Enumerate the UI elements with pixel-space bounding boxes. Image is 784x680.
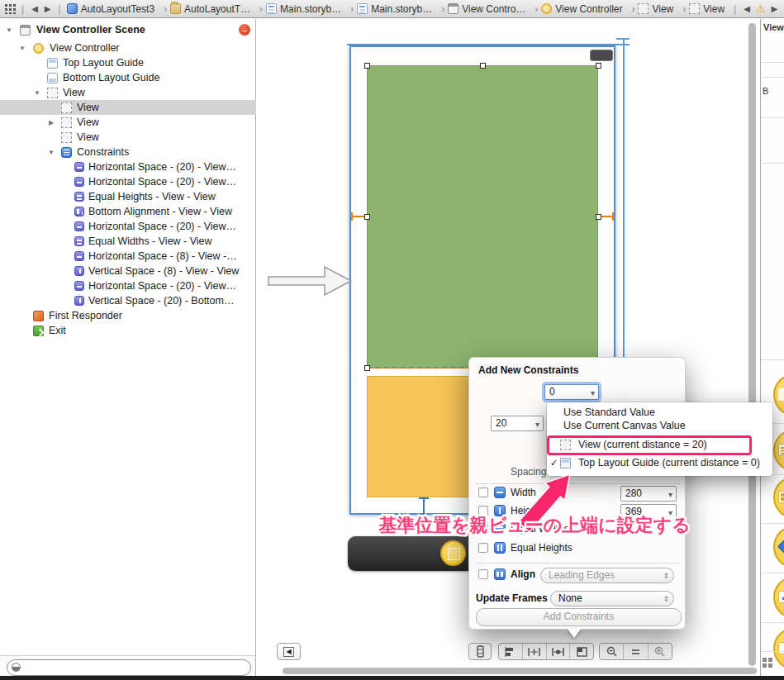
outline-row-first-responder[interactable]: First Responder — [0, 308, 256, 323]
zoom-actual-size-button[interactable] — [624, 644, 648, 659]
divider — [762, 523, 784, 524]
outline-row-constraint[interactable]: Vertical Space - (8) - View - View — [0, 264, 256, 278]
filter-icon[interactable] — [12, 663, 21, 672]
view-controller-icon — [33, 43, 44, 54]
trailing-constraint-cap — [612, 212, 614, 221]
outline-row-bottom-layout-guide[interactable]: Bottom Layout Guide — [0, 70, 256, 85]
outline-row-constraint[interactable]: Horizontal Space - (8) - View -… — [0, 249, 256, 264]
breadcrumb-view[interactable]: View — [638, 3, 686, 15]
outline-row-constraint[interactable]: Horizontal Space - (20) - View… — [0, 219, 256, 234]
outline-row-view-2[interactable]: ▶ View — [0, 115, 256, 130]
breadcrumb-group[interactable]: AutoLayoutT… — [170, 3, 263, 15]
outline-row-constraint[interactable]: Horizontal Space - (20) - View… — [0, 174, 256, 189]
horizontal-scrollbar[interactable] — [283, 668, 757, 674]
breadcrumb-storyboard[interactable]: Main.storyb… — [266, 3, 354, 15]
selection-handle[interactable] — [480, 63, 486, 69]
breadcrumb-view-controller[interactable]: View Controller — [541, 3, 634, 15]
breadcrumb-project[interactable]: AutoLayoutTest3 — [67, 3, 167, 15]
related-items-icon[interactable] — [5, 4, 17, 14]
issue-back-button[interactable]: ◀ — [740, 4, 753, 13]
disclosure-icon[interactable]: ▼ — [5, 26, 13, 34]
zoom-out-button[interactable] — [600, 644, 624, 659]
resolve-icon — [552, 647, 564, 657]
outline-row-root-view[interactable]: ▼ View — [0, 85, 256, 100]
vertical-scrollbar[interactable] — [748, 23, 756, 666]
outline-row-view-selected[interactable]: View — [0, 100, 256, 115]
vertical-space-icon — [74, 266, 84, 276]
outline-row-top-layout-guide[interactable]: Top Layout Guide — [0, 55, 256, 70]
first-responder-icon — [33, 311, 44, 321]
width-combo[interactable]: 280 — [620, 486, 677, 502]
disclosure-icon[interactable]: ▼ — [33, 89, 41, 97]
pin-button[interactable] — [523, 644, 547, 659]
breadcrumb-storyboard-base[interactable]: Main.storyb… — [357, 3, 444, 15]
issue-forward-button[interactable]: ▶ — [768, 4, 782, 13]
selection-handle[interactable] — [596, 63, 601, 69]
filter-field[interactable] — [7, 659, 251, 676]
align-checkbox[interactable] — [478, 569, 488, 579]
horizontal-space-icon — [74, 162, 84, 172]
bottom-alignment-icon — [74, 207, 84, 216]
library-item-table-view-controller[interactable] — [773, 429, 784, 472]
annotation-text: 基準位置を親ビューの上端に設定する — [373, 509, 696, 540]
library-grid-icon[interactable] — [763, 658, 767, 662]
disclosure-icon[interactable]: ▼ — [47, 149, 55, 156]
divider: | — [21, 3, 24, 15]
outline-row-constraint[interactable]: Vertical Space - (20) - Bottom… — [0, 293, 256, 308]
selection-handle[interactable] — [596, 214, 601, 220]
library-item-view-controller[interactable] — [773, 373, 784, 416]
outline-row-view-3[interactable]: View — [0, 130, 256, 145]
dock-view-controller-icon[interactable] — [440, 540, 466, 566]
resolve-issues-button[interactable] — [547, 644, 571, 659]
divider — [762, 62, 784, 63]
library-item-tab-bar-controller[interactable]: ★ — [773, 576, 784, 619]
go-to-scene-icon[interactable]: → — [239, 24, 250, 36]
selection-handle[interactable] — [364, 214, 370, 220]
outline-row-constraint[interactable]: Horizontal Space - (20) - View… — [0, 278, 256, 293]
breadcrumb-scene[interactable]: View Contro… — [448, 3, 538, 15]
outline-row-view-controller[interactable]: ▼ View Controller — [0, 40, 256, 55]
top-spacing-combo[interactable]: 0 — [544, 384, 599, 400]
tab-bar-controller-library-icon: ★ — [778, 591, 784, 603]
selection-handle[interactable] — [364, 63, 370, 69]
outline-toggle-icon: ◀ — [283, 647, 293, 657]
device-configuration-button[interactable] — [468, 643, 492, 660]
outline-row-constraint[interactable]: Equal Widths - View - View — [0, 234, 256, 249]
library-item-split-view-controller[interactable] — [773, 627, 784, 670]
outline-row-scene[interactable]: ▼ View Controller Scene → — [0, 22, 256, 37]
outline-row-constraints[interactable]: ▼ Constraints — [0, 145, 256, 159]
back-button[interactable]: ◀ — [28, 4, 41, 13]
equal-heights-checkbox[interactable] — [478, 543, 488, 553]
update-frames-dropdown[interactable]: None — [550, 591, 674, 606]
library-item-collection-view-controller[interactable] — [773, 476, 784, 519]
leading-spacing-combo[interactable]: 20 — [491, 416, 544, 431]
zoom-in-button[interactable] — [649, 644, 672, 659]
library-item-navigation-controller[interactable] — [773, 525, 784, 568]
outline-row-exit[interactable]: Exit — [0, 323, 256, 338]
disclosure-icon[interactable]: ▶ — [47, 119, 55, 126]
resizing-behavior-button[interactable] — [570, 644, 593, 659]
outline-row-constraint[interactable]: Equal Heights - View - View — [0, 189, 256, 204]
horizontal-space-icon — [74, 281, 84, 291]
disclosure-icon[interactable]: ▼ — [18, 45, 26, 52]
align-button[interactable] — [499, 644, 523, 659]
menu-item-canvas-value[interactable]: Use Current Canvas Value — [547, 419, 772, 433]
outline-row-constraint[interactable]: Horizontal Space - (20) - View… — [0, 159, 256, 174]
outline-toggle-button[interactable]: ◀ — [277, 643, 301, 660]
align-dropdown[interactable]: Leading Edges — [540, 568, 674, 583]
forward-button[interactable]: ▶ — [41, 4, 55, 13]
initial-view-controller-arrow[interactable] — [267, 261, 354, 301]
width-checkbox[interactable] — [478, 487, 488, 497]
divider — [762, 573, 784, 573]
outline-row-constraint[interactable]: Bottom Alignment - View - View — [0, 204, 256, 219]
scene-icon — [448, 3, 459, 14]
green-view[interactable] — [367, 65, 598, 369]
selection-handle[interactable] — [364, 365, 370, 371]
menu-item-standard-value[interactable]: Use Standard Value — [547, 406, 772, 420]
zoom-out-icon — [606, 646, 617, 657]
add-constraints-button[interactable]: Add Constraints — [476, 608, 682, 626]
breadcrumb-view-inner[interactable]: View — [689, 3, 728, 15]
align-label: Align — [511, 568, 535, 580]
warning-icon[interactable]: ⚠ — [756, 2, 766, 15]
equal-heights-label: Equal Heights — [511, 542, 573, 554]
